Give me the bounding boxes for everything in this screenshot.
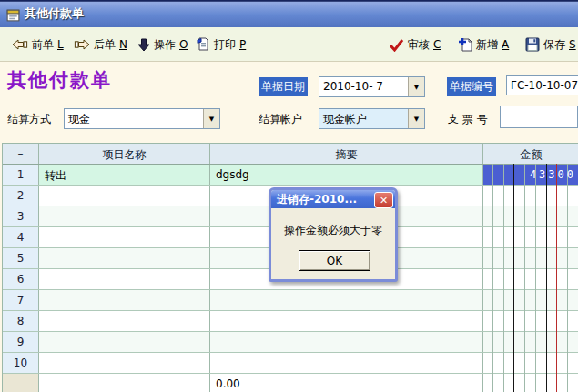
amount-cell[interactable] [483, 248, 578, 268]
message-dialog: 进销存-2010... ✕ 操作金额必须大于零 OK [269, 187, 398, 282]
window-titlebar[interactable]: 其他付款单 [0, 0, 578, 27]
amount-cell[interactable] [483, 332, 578, 352]
item-cell[interactable] [39, 269, 210, 289]
row-number-cell[interactable]: 6 [3, 269, 39, 289]
table-row: 8 [3, 311, 578, 332]
row-number-cell[interactable]: 2 [3, 186, 39, 206]
summary-cell[interactable] [210, 290, 483, 310]
save-hotkey: S [569, 38, 576, 51]
amount-cell[interactable] [483, 186, 578, 206]
settle-account-combo[interactable]: 现金帐户 ▼ [319, 108, 425, 129]
amount-cell[interactable] [483, 227, 578, 247]
row-number-cell[interactable]: 7 [3, 290, 39, 310]
print-hotkey: P [239, 38, 246, 51]
row-number-cell[interactable]: 10 [3, 353, 39, 373]
row-number-cell[interactable]: 3 [3, 206, 39, 226]
prev-doc-label: 前单 [32, 37, 54, 53]
row-number-cell[interactable]: 4 [3, 227, 39, 247]
doc-date-combo[interactable]: 2010-10- 7 ▼ [319, 76, 425, 97]
summary-cell[interactable] [210, 353, 483, 373]
audit-hotkey: C [433, 38, 441, 51]
red-check-icon [389, 38, 404, 52]
printer-icon [196, 37, 210, 52]
hand-left-icon [12, 38, 28, 51]
operate-button[interactable]: 操作O [135, 35, 190, 55]
prev-doc-hotkey: L [57, 38, 64, 51]
amount-cell[interactable] [483, 290, 578, 310]
item-cell[interactable]: 转出 [39, 165, 210, 185]
close-icon[interactable]: ✕ [374, 192, 393, 208]
audit-button[interactable]: 审核C [386, 35, 443, 55]
save-button[interactable]: 保存S [522, 35, 578, 55]
row-number-cell[interactable]: 1 [3, 165, 39, 185]
form-header: 其他付款单 单据日期 2010-10- 7 ▼ 单据编号 FC-10-10-07… [0, 62, 578, 143]
settle-method-value[interactable]: 现金 [65, 109, 203, 128]
operate-hotkey: O [179, 38, 188, 51]
item-cell[interactable] [39, 311, 210, 331]
settle-method-dropdown-button[interactable]: ▼ [203, 109, 219, 128]
doc-no-input[interactable]: FC-10-10-07- [506, 75, 578, 95]
row-number-cell[interactable]: 9 [3, 332, 39, 352]
amount-cell[interactable] [483, 269, 578, 289]
item-cell[interactable] [39, 290, 210, 310]
down-arrow-icon [137, 38, 150, 52]
chevron-down-icon: ▼ [414, 84, 419, 91]
table-row: 7 [3, 290, 578, 311]
footer-number-cell [3, 374, 39, 392]
new-doc-plus-icon [458, 37, 472, 52]
audit-label: 审核 [408, 37, 430, 53]
settle-account-label: 结算帐户 [259, 112, 302, 127]
doc-date-dropdown-button[interactable]: ▼ [408, 77, 424, 96]
amount-cell[interactable] [483, 353, 578, 373]
form-title: 其他付款单 [7, 67, 112, 93]
ok-button[interactable]: OK [299, 250, 370, 271]
cheque-no-label: 支 票 号 [448, 112, 488, 127]
floppy-save-icon [525, 37, 540, 52]
operate-label: 操作 [154, 37, 176, 53]
amount-cell[interactable]: 43300 [483, 165, 578, 185]
dialog-titlebar[interactable]: 进销存-2010... ✕ [271, 190, 395, 208]
item-cell[interactable] [39, 353, 210, 373]
doc-date-value[interactable]: 2010-10- 7 [319, 77, 408, 96]
next-doc-hotkey: N [119, 38, 127, 51]
amount-cell[interactable] [483, 311, 578, 331]
item-cell[interactable] [39, 186, 210, 206]
grid-header-row: – 项目名称 摘要 金额 [3, 144, 578, 165]
row-number-cell[interactable]: 5 [3, 248, 39, 268]
settle-account-value[interactable]: 现金帐户 [319, 109, 408, 128]
grid-header-item: 项目名称 [39, 144, 210, 164]
item-cell[interactable] [39, 206, 210, 226]
doc-no-label: 单据编号 [447, 77, 496, 96]
settle-method-combo[interactable]: 现金 ▼ [64, 108, 220, 129]
next-doc-label: 后单 [94, 37, 116, 53]
dialog-message: 操作金额必须大于零 [271, 223, 395, 238]
item-cell[interactable] [39, 332, 210, 352]
prev-doc-button[interactable]: 前单L [9, 35, 66, 55]
settle-account-dropdown-button[interactable]: ▼ [408, 109, 424, 128]
doc-date-label: 单据日期 [259, 77, 308, 96]
item-cell[interactable] [39, 227, 210, 247]
add-button[interactable]: 新增A [455, 35, 512, 55]
next-doc-button[interactable]: 后单N [71, 35, 130, 55]
grid-header-index: – [3, 144, 39, 164]
summary-cell[interactable] [210, 332, 483, 352]
chevron-down-icon: ▼ [414, 116, 419, 123]
dialog-title: 进销存-2010... [277, 192, 357, 207]
table-row: 10 [3, 353, 578, 374]
save-label: 保存 [543, 37, 565, 53]
settle-method-label: 结算方式 [7, 112, 51, 127]
footer-item-cell [39, 374, 210, 392]
print-button[interactable]: 打印P [193, 35, 248, 55]
amount-cell[interactable] [483, 206, 578, 226]
item-cell[interactable] [39, 248, 210, 268]
table-row: 9 [3, 332, 578, 353]
cheque-no-input[interactable] [500, 106, 578, 128]
table-footer-row: 0.00 [3, 374, 578, 392]
footer-total-cell: 0.00 [210, 374, 483, 392]
amount-digits: 43300 [530, 168, 576, 181]
row-number-cell[interactable]: 8 [3, 311, 39, 331]
summary-cell[interactable]: dgsdg [210, 165, 483, 185]
summary-cell[interactable] [210, 311, 483, 331]
hand-right-icon [74, 38, 90, 51]
add-label: 新增 [476, 37, 498, 53]
